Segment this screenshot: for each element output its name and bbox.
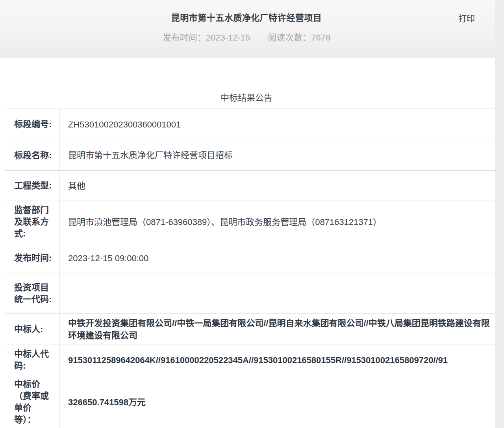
row-label: 监督部门及联系方式:	[5, 201, 59, 243]
table-row: 中标人: 中铁开发投资集团有限公司//中铁一局集团有限公司//昆明自来水集团有限…	[5, 314, 495, 345]
row-value	[59, 273, 495, 313]
row-label: 中标人代码:	[5, 345, 59, 375]
section-heading: 中标结果公告	[0, 90, 493, 103]
row-label: 标段编号:	[5, 109, 59, 140]
table-row: 发布时间: 2023-12-15 09:00:00	[5, 243, 495, 273]
row-label: 中标人:	[5, 314, 59, 345]
table-row: 标段编号: ZH530100202300360001001	[5, 109, 495, 140]
table-clip-area: 标段编号: ZH530100202300360001001 标段名称: 昆明市第…	[0, 109, 495, 428]
read-count-value: 7678	[311, 33, 330, 42]
row-value: 91530112589642064K//91610000220522345A//…	[59, 345, 495, 375]
print-button[interactable]: 打印	[458, 12, 475, 24]
row-value: 中铁开发投资集团有限公司//中铁一局集团有限公司//昆明自来水集团有限公司//中…	[59, 314, 495, 345]
row-value-text: 2023-12-15 09:00:00	[68, 252, 495, 264]
table-row: 投资项目统一代码:	[5, 273, 495, 314]
meta-row: 发布时间：2023-12-15阅读次数：7678	[0, 30, 493, 43]
row-label: 工程类型:	[5, 171, 59, 201]
page-header: 昆明市第十五水质净化厂特许经营项目 打印 发布时间：2023-12-15阅读次数…	[0, 0, 504, 58]
read-count-label: 阅读次数：	[268, 33, 311, 42]
row-value: 昆明市滇池管理局（0871-63960389）、昆明市政务服务管理局（08716…	[59, 201, 495, 243]
bid-result-table: 标段编号: ZH530100202300360001001 标段名称: 昆明市第…	[5, 109, 495, 428]
row-label: 中标价（费率或单价等）：	[5, 375, 59, 428]
row-value-text: 中铁开发投资集团有限公司//中铁一局集团有限公司//昆明自来水集团有限公司//中…	[68, 317, 495, 329]
row-label: 发布时间:	[5, 243, 59, 273]
row-value: 其他	[59, 171, 495, 201]
table-row: 工程类型: 其他	[5, 171, 495, 201]
row-value: 昆明市第十五水质净化厂特许经营项目招标	[59, 140, 495, 170]
table-row: 监督部门及联系方式: 昆明市滇池管理局（0871-63960389）、昆明市政务…	[5, 201, 495, 243]
row-value-text: ZH530100202300360001001	[68, 118, 495, 131]
announcement-page: { "header": { "title": "昆明市第十五水质净化厂特许经营项…	[0, 0, 504, 428]
table-row: 中标价（费率或单价等）： 326650.741598万元	[5, 375, 495, 428]
row-label: 标段名称:	[5, 140, 59, 170]
row-value-text: 其他	[68, 180, 495, 192]
row-value: 326650.741598万元	[59, 375, 495, 428]
page-title: 昆明市第十五水质净化厂特许经营项目	[0, 0, 493, 23]
row-value-text: 昆明市第十五水质净化厂特许经营项目招标	[68, 149, 495, 161]
row-value-text: 326650.741598万元	[68, 396, 495, 408]
row-label: 投资项目统一代码:	[5, 273, 59, 313]
table-row: 标段名称: 昆明市第十五水质净化厂特许经营项目招标	[5, 140, 495, 171]
publish-time-value: 2023-12-15	[206, 33, 250, 42]
row-value: 2023-12-15 09:00:00	[59, 243, 495, 273]
table-row: 中标人代码: 91530112589642064K//9161000022052…	[5, 345, 495, 375]
row-value-text: 环境建设有限公司	[68, 329, 495, 341]
row-value-text: 91530112589642064K//91610000220522345A//…	[68, 354, 495, 366]
row-value-text: 昆明市滇池管理局（0871-63960389）、昆明市政务服务管理局（08716…	[68, 216, 495, 228]
row-value: ZH530100202300360001001	[59, 109, 495, 140]
publish-time-label: 发布时间：	[163, 33, 206, 42]
page-right-gutter	[495, 0, 504, 428]
